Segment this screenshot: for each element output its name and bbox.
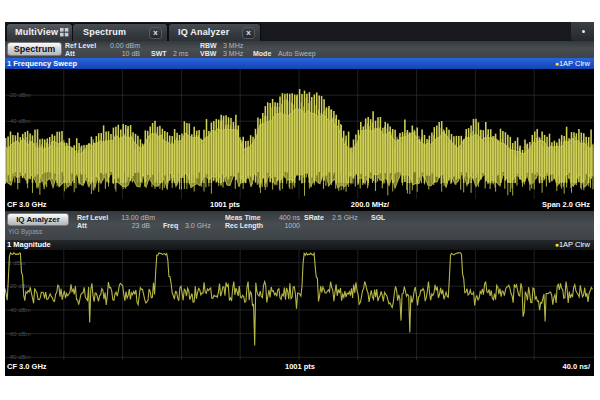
svg-text:0 dBm: 0 dBm	[8, 260, 25, 266]
svg-text:-20 dBm: -20 dBm	[8, 92, 31, 98]
svg-text:-40 dBm: -40 dBm	[8, 307, 31, 313]
svg-text:-20 dBm: -20 dBm	[8, 283, 31, 289]
svg-text:-40 dBm: -40 dBm	[8, 118, 31, 124]
svg-text:-60 dBm: -60 dBm	[8, 331, 31, 337]
